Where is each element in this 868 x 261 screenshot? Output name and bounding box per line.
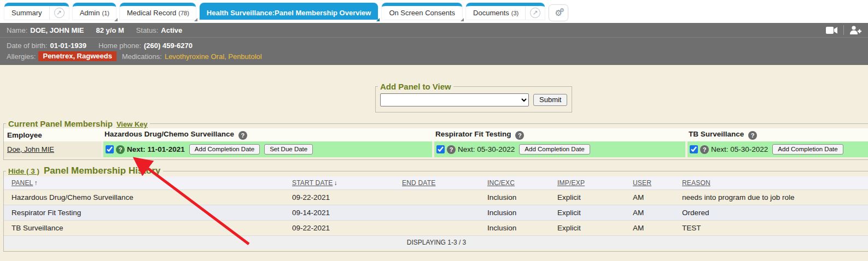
panel-cell: TB Surveillance	[4, 221, 289, 236]
medications-value[interactable]: Levothyroxine Oral, Penbutolol	[165, 52, 262, 61]
col-user: USER	[630, 176, 679, 190]
hide-link[interactable]: Hide ( 3 )	[8, 167, 39, 175]
current-panel-membership-title: Current Panel Membership	[8, 119, 113, 128]
video-call-icon[interactable]	[826, 26, 838, 34]
start-date-cell: 09-14-2021	[289, 205, 399, 221]
paging-status: DISPLAYING 1-3 / 3	[4, 235, 868, 249]
end-date-cell	[399, 205, 484, 221]
launch-icon: ↗	[530, 8, 540, 18]
col-imp-exp: IMP/EXP	[554, 176, 630, 190]
imp-exp-cell: Explicit	[554, 190, 630, 205]
user-cell: AM	[630, 190, 679, 205]
history-row: TB Surveillance 09-22-2021 Inclusion Exp…	[4, 221, 868, 236]
inc-exc-cell: Inclusion	[484, 190, 554, 205]
help-icon[interactable]: ?	[515, 131, 524, 140]
user-cell: AM	[630, 205, 679, 221]
inc-exc-cell: Inclusion	[484, 205, 554, 221]
view-key-link[interactable]: View Key	[116, 120, 148, 128]
tab-documents-label: Documents	[466, 9, 516, 17]
current-membership-table: Employee Hazardous Drug/Chemo Surveillan…	[4, 128, 868, 157]
tab-corner-fold	[376, 18, 380, 21]
tab-bar: Summary ↗ Admin (1) Medical Record (78) …	[0, 0, 868, 23]
add-panel-legend: Add Panel to View	[378, 82, 453, 91]
hazardous-drug-checkbox[interactable]	[106, 145, 114, 153]
tab-corner-fold	[114, 18, 118, 21]
next-label: Next:	[127, 145, 145, 153]
dob-label: Date of birth:	[7, 41, 47, 50]
imp-exp-cell: Explicit	[554, 221, 630, 236]
col-tb-surveillance: TB Surveillance ?	[685, 128, 868, 141]
employee-cell: Doe, John MIE	[4, 141, 101, 157]
allergies-badge[interactable]: Penetrex, Ragweeds	[38, 51, 116, 61]
tab-documents-count: (3)	[511, 10, 525, 16]
panel-membership-history-legend: Hide ( 3 ) Panel Membership History	[6, 165, 163, 176]
help-icon[interactable]: ?	[700, 145, 709, 154]
documents-launch-segment[interactable]: ↗	[525, 6, 545, 20]
current-membership-data-row: Doe, John MIE ? Next: 11-01-2021 Add Com…	[4, 141, 868, 157]
tab-on-screen-consents-label: On Screen Consents	[382, 9, 462, 17]
patient-banner: Name: DOE, JOHN MIE 82 y/o M Status: Act…	[0, 23, 868, 65]
current-panel-membership-fieldset: Current Panel Membership View Key Employ…	[3, 119, 868, 160]
tab-admin-count: (1)	[102, 10, 115, 16]
history-header-row: PANEL↑ START DATE↓ END DATE INC/EXC IMP/…	[4, 176, 868, 190]
user-cell: AM	[630, 221, 679, 236]
tab-summary[interactable]: Summary ↗	[4, 3, 69, 20]
help-icon[interactable]: ?	[238, 131, 247, 140]
tab-health-surveillance-active[interactable]: Health Surveillance:Panel Membership Ove…	[200, 3, 378, 20]
patient-name: DOE, JOHN MIE	[30, 26, 84, 34]
sort-desc-icon[interactable]: ↓	[334, 179, 337, 187]
add-completion-date-button[interactable]: Add Completion Date	[519, 144, 590, 155]
submit-button[interactable]: Submit	[533, 94, 567, 106]
help-icon[interactable]: ?	[447, 145, 456, 154]
tab-documents[interactable]: Documents (3) ↗	[466, 3, 545, 20]
add-completion-date-button[interactable]: Add Completion Date	[189, 144, 260, 155]
tb-surveillance-checkbox[interactable]	[690, 145, 698, 153]
employee-link[interactable]: Doe, John MIE	[7, 145, 54, 153]
imp-exp-cell: Explicit	[554, 205, 630, 221]
tab-medical-record[interactable]: Medical Record (78)	[120, 3, 196, 20]
patient-age-sex: 82 y/o M	[96, 26, 124, 34]
tab-on-screen-consents[interactable]: On Screen Consents	[382, 3, 462, 20]
start-date-cell: 09-22-2021	[289, 221, 399, 236]
home-phone-label: Home phone:	[98, 41, 141, 50]
status-label: Status:	[136, 26, 158, 34]
col-panel: PANEL↑	[4, 176, 289, 190]
tb-surveillance-cell: ? Next: 05-30-2022 Add Completion Date	[685, 141, 868, 157]
panel-cell: Respirator Fit Testing	[4, 205, 289, 221]
add-person-icon[interactable]	[849, 26, 861, 34]
gear-icon-small: ⚙	[560, 7, 564, 13]
medications-label: Medications:	[122, 52, 162, 61]
patient-banner-row1: Name: DOE, JOHN MIE 82 y/o M Status: Act…	[0, 23, 868, 38]
respirator-fit-cell: ? Next: 05-30-2022 Add Completion Date	[432, 141, 685, 157]
home-phone-value: (260) 459-6270	[144, 41, 193, 50]
settings-button[interactable]: ⚙ ⚙	[549, 4, 568, 21]
reason-cell: needs into program due to job role	[679, 190, 868, 205]
set-due-date-button[interactable]: Set Due Date	[264, 144, 313, 155]
tab-medical-record-label: Medical Record	[120, 9, 183, 17]
sort-asc-icon[interactable]: ↑	[34, 179, 37, 187]
help-icon[interactable]: ?	[748, 131, 757, 140]
end-date-cell	[399, 221, 484, 236]
tab-medical-record-count: (78)	[178, 10, 196, 16]
next-date: 05-30-2022	[477, 145, 515, 153]
inc-exc-cell: Inclusion	[484, 221, 554, 236]
history-row: Hazardous Drug/Chemo Surveillance 09-22-…	[4, 190, 868, 205]
next-label: Next:	[458, 145, 475, 153]
start-date-cell: 09-22-2021	[289, 190, 399, 205]
help-icon[interactable]: ?	[116, 145, 125, 154]
col-respirator-fit: Respirator Fit Testing ?	[432, 128, 685, 141]
next-date: 05-30-2022	[730, 145, 768, 153]
summary-launch-segment[interactable]: ↗	[49, 6, 69, 20]
panel-cell: Hazardous Drug/Chemo Surveillance	[4, 190, 289, 205]
col-end-date: END DATE	[399, 176, 484, 190]
tab-admin[interactable]: Admin (1)	[73, 3, 116, 20]
reason-cell: Ordered	[679, 205, 868, 221]
respirator-fit-checkbox[interactable]	[436, 145, 445, 153]
panel-membership-history-fieldset: Hide ( 3 ) Panel Membership History PANE…	[3, 165, 868, 252]
add-completion-date-button[interactable]: Add Completion Date	[772, 144, 843, 155]
panel-select[interactable]	[380, 93, 529, 106]
current-membership-header-row: Employee Hazardous Drug/Chemo Surveillan…	[4, 128, 868, 141]
col-reason: REASON	[679, 176, 868, 190]
status-value: Active	[161, 26, 182, 34]
name-label: Name:	[7, 26, 27, 34]
